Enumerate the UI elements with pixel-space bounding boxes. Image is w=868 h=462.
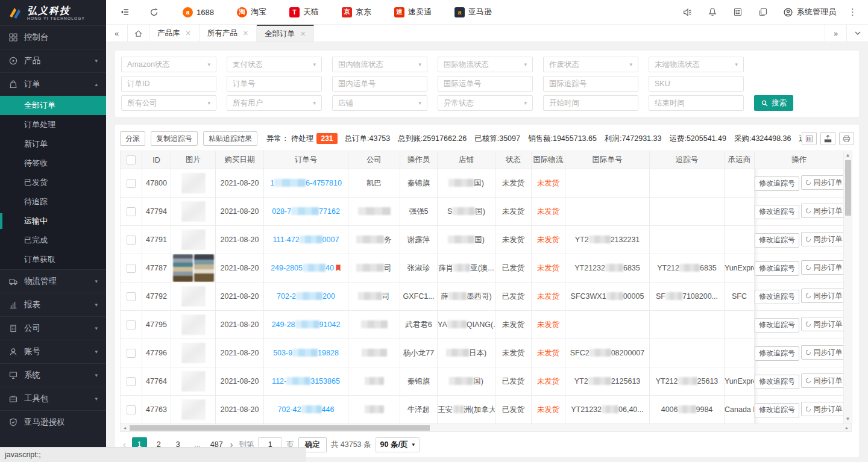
filter-select-3-2[interactable]: 店铺▾ (332, 95, 427, 111)
row-checkbox[interactable] (127, 349, 136, 358)
platform-link-2[interactable]: T天猫 (278, 0, 330, 25)
sidebar-item-shield[interactable]: 亚马逊授权 (0, 410, 106, 434)
edit-tracking-button[interactable]: 修改追踪号 (755, 318, 799, 332)
filter-select-3-3[interactable]: 异常状态▾ (438, 95, 533, 111)
scroll-down-icon[interactable]: ▼ (846, 415, 851, 423)
product-image[interactable] (173, 254, 193, 282)
toolbar-button-1[interactable]: 复制追踪号 (151, 131, 198, 146)
filter-input-2-2[interactable]: 国内运单号 (332, 76, 427, 92)
order-number-link[interactable]: 16-4757810 (270, 179, 342, 187)
sync-order-button[interactable]: 同步订单 (801, 345, 843, 360)
pending-count-badge[interactable]: 231 (316, 133, 337, 144)
horizontal-scrollbar[interactable]: ◂ ▸ (120, 424, 852, 432)
column-header-5[interactable]: 操作员 (400, 151, 438, 169)
filter-select-1-1[interactable]: 支付状态▾ (227, 57, 322, 72)
scroll-left-icon[interactable]: ◂ (121, 425, 129, 431)
sidebar-subitem-2[interactable]: 新订单 (0, 134, 106, 154)
row-checkbox[interactable] (127, 320, 136, 329)
edit-tracking-button[interactable]: 修改追踪号 (755, 233, 799, 248)
column-header-10[interactable]: 追踪号 (650, 151, 725, 169)
refresh-icon[interactable] (141, 0, 166, 25)
edit-tracking-button[interactable]: 修改追踪号 (755, 375, 799, 389)
sync-order-button[interactable]: 同步订单 (801, 232, 843, 246)
sidebar-item-toolkit[interactable]: 工具包▾ (0, 387, 106, 410)
sidebar-subitem-4[interactable]: 已发货 (0, 173, 106, 192)
search-button[interactable]: 搜索 (754, 95, 793, 111)
order-number-link[interactable]: 702-42446 (278, 405, 335, 414)
column-header-1[interactable]: 图片 (171, 151, 216, 169)
tabs-scroll-right-icon[interactable]: » (825, 25, 846, 42)
column-header-4[interactable]: 公司 (348, 151, 400, 169)
sidebar-subitem-3[interactable]: 待签收 (0, 154, 106, 173)
edit-tracking-button[interactable]: 修改追踪号 (755, 176, 799, 191)
theme-skin-icon[interactable] (750, 0, 776, 25)
sidebar-subitem-5[interactable]: 待追踪 (0, 192, 106, 211)
filter-select-1-2[interactable]: 国内物流状态▾ (332, 57, 427, 72)
order-number-link[interactable]: 111-4720007 (273, 236, 339, 244)
filter-select-1-3[interactable]: 国际物流状态▾ (438, 57, 533, 72)
sidebar-item-order[interactable]: 订单▴ (0, 72, 106, 96)
filter-select-1-0[interactable]: Amazon状态▾ (121, 57, 216, 72)
filter-input-3-5[interactable]: 结束时间 (649, 95, 744, 111)
vertical-scrollbar[interactable]: ▲ ▼ (844, 151, 852, 424)
row-checkbox[interactable] (127, 264, 136, 273)
row-checkbox[interactable] (127, 405, 136, 414)
filter-input-2-4[interactable]: 国际追踪号 (543, 76, 638, 92)
platform-link-1[interactable]: 淘淘宝 (225, 0, 278, 25)
per-page-select[interactable]: 90 条/页▾ (376, 437, 420, 452)
tab-1[interactable]: 所有产品✕ (200, 25, 257, 42)
edit-tracking-button[interactable]: 修改追踪号 (755, 261, 799, 276)
app-grid-icon[interactable] (725, 0, 750, 25)
filter-select-1-4[interactable]: 作废状态▾ (543, 57, 638, 72)
column-settings-icon[interactable] (802, 132, 817, 145)
edit-tracking-button[interactable]: 修改追踪号 (755, 346, 799, 361)
sidebar-subitem-1[interactable]: 订单处理 (0, 115, 106, 134)
platform-link-4[interactable]: 速速卖通 (383, 0, 443, 25)
sidebar-subitem-8[interactable]: 订单获取 (0, 250, 106, 269)
product-image[interactable] (194, 254, 214, 282)
column-header-0[interactable]: ID (142, 151, 171, 169)
sync-order-button[interactable]: 同步订单 (801, 317, 843, 331)
tab-2[interactable]: 全部订单✕ (257, 25, 314, 42)
filter-input-2-1[interactable]: 订单号 (227, 76, 322, 92)
column-header-3[interactable]: 订单号 (264, 151, 348, 169)
tab-close-icon[interactable]: ✕ (300, 30, 306, 38)
row-checkbox[interactable] (127, 292, 136, 301)
row-checkbox[interactable] (127, 207, 136, 216)
order-number-link[interactable]: 249-280540 (271, 264, 334, 272)
column-header-9[interactable]: 国际单号 (565, 151, 650, 169)
print-icon[interactable] (839, 132, 854, 145)
home-tab[interactable] (128, 25, 149, 42)
sync-order-button[interactable]: 同步订单 (801, 289, 843, 303)
edit-tracking-button[interactable]: 修改追踪号 (755, 205, 799, 219)
notifications-bell-icon[interactable] (700, 0, 725, 25)
row-checkbox[interactable] (127, 236, 136, 245)
sidebar-item-dashboard[interactable]: 控制台 (0, 25, 106, 49)
sync-order-button[interactable]: 同步订单 (801, 373, 843, 388)
vertical-scroll-thumb[interactable] (845, 160, 851, 216)
filter-input-2-0[interactable]: 订单ID (121, 76, 216, 92)
select-all-checkbox[interactable] (127, 155, 136, 164)
export-icon[interactable] (820, 132, 835, 145)
column-header-2[interactable]: 购买日期 (216, 151, 264, 169)
order-number-link[interactable]: 249-2891042 (272, 320, 341, 329)
sync-order-button[interactable]: 同步订单 (801, 204, 843, 218)
sidebar-subitem-0[interactable]: 全部订单 (0, 96, 106, 115)
order-number-link[interactable]: 028-777162 (272, 207, 340, 216)
column-header-11[interactable]: 承运商 (725, 151, 755, 169)
column-header-7[interactable]: 状态 (495, 151, 532, 169)
user-menu[interactable]: 系统管理员 (776, 7, 843, 17)
toolbar-button-2[interactable]: 粘贴追踪结果 (203, 131, 257, 146)
row-checkbox[interactable] (127, 377, 136, 386)
platform-link-5[interactable]: a亚马逊 (443, 0, 503, 25)
scroll-up-icon[interactable]: ▲ (846, 151, 851, 160)
filter-input-3-4[interactable]: 开始时间 (543, 95, 638, 111)
filter-input-2-5[interactable]: SKU (649, 76, 744, 92)
sidebar-item-report[interactable]: 报表▾ (0, 293, 106, 316)
sync-order-button[interactable]: 同步订单 (801, 175, 843, 190)
collapse-sidebar-icon[interactable] (112, 0, 137, 25)
logo[interactable]: 弘义科技 HONG YI TECHNOLOGY (0, 0, 106, 25)
sidebar-item-product[interactable]: 产品▾ (0, 49, 106, 72)
edit-tracking-button[interactable]: 修改追踪号 (755, 403, 799, 417)
tabs-scroll-left-icon[interactable]: « (106, 25, 128, 42)
